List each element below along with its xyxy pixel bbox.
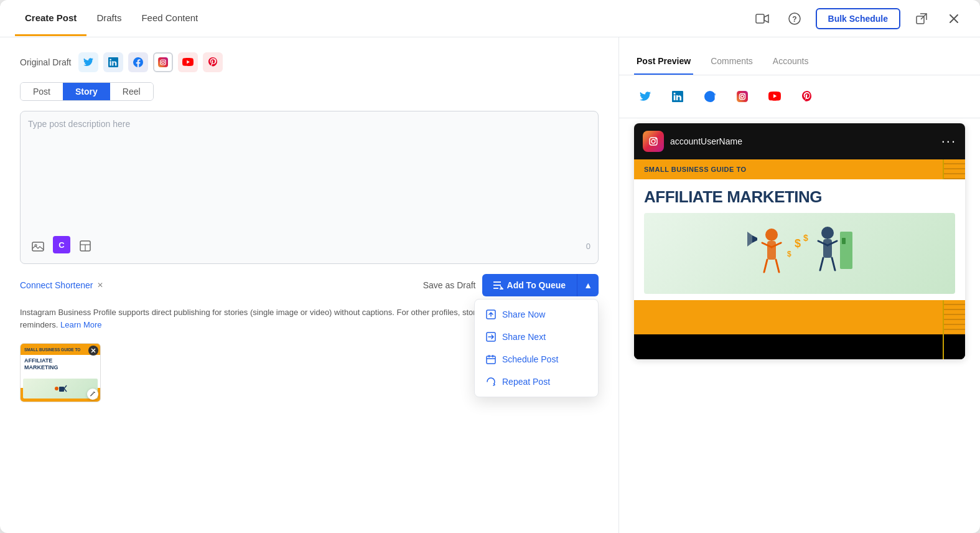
add-to-queue-button[interactable]: Add To Queue [482, 274, 577, 296]
affiliate-header-bar: Small Business Guide to [634, 159, 965, 179]
right-icon-youtube[interactable] [763, 85, 786, 108]
tab-drafts[interactable]: Drafts [86, 1, 131, 36]
right-icon-facebook[interactable] [699, 85, 721, 108]
right-panel: Post Preview Comments Accounts [619, 37, 980, 533]
svg-line-22 [64, 385, 67, 389]
preview-more-dots[interactable]: ··· [941, 134, 956, 148]
svg-text:$: $ [787, 250, 791, 258]
tab-post-preview[interactable]: Post Preview [634, 49, 693, 75]
preview-image-area: Small Business Guide to AFFILIATE MARKET… [634, 159, 965, 359]
right-icon-instagram[interactable] [731, 85, 754, 108]
connect-shortener-close[interactable]: ✕ [97, 281, 103, 290]
modal-header: Create Post Drafts Feed Content ? Bulk S… [0, 0, 980, 37]
image-thumbnail: Small Business Guide to AFFILIATEMARKETI… [20, 343, 101, 402]
affiliate-top-text: Small Business Guide to [644, 166, 747, 173]
external-link-button[interactable] [910, 7, 933, 30]
social-icon-youtube[interactable] [178, 52, 198, 72]
connect-shortener[interactable]: Connect Shortener ✕ [20, 280, 103, 290]
svg-point-27 [744, 93, 745, 95]
svg-line-41 [820, 258, 823, 270]
help-icon-button[interactable]: ? [783, 7, 806, 30]
header-right: ? Bulk Schedule [751, 7, 965, 30]
film-strip-top [943, 159, 965, 179]
svg-point-29 [651, 139, 655, 143]
share-now-item[interactable]: Share Now [475, 303, 598, 326]
social-icon-linkedin[interactable] [103, 52, 123, 72]
add-to-queue-chevron[interactable]: ▲ [577, 274, 599, 296]
add-to-queue-dropdown: Share Now Share Next Schedule Post [474, 299, 599, 397]
right-social-icons [619, 75, 980, 118]
left-panel: Original Draft [0, 37, 619, 533]
tab-story[interactable]: Story [63, 83, 110, 100]
layout-button[interactable] [75, 236, 95, 256]
svg-rect-43 [840, 232, 852, 269]
social-icon-pinterest[interactable] [203, 52, 223, 72]
affiliate-illustration: $ $ $ [644, 213, 955, 294]
svg-point-7 [165, 60, 166, 61]
share-next-item[interactable]: Share Next [475, 326, 598, 348]
save-draft-button[interactable]: Save as Draft [423, 280, 476, 290]
svg-text:$: $ [803, 233, 808, 243]
text-area-footer: C 0 [28, 236, 590, 256]
tab-create-post[interactable]: Create Post [15, 1, 86, 36]
preview-card-container: accountUserName ··· Small Business Guide… [619, 118, 980, 364]
tab-feed-content[interactable]: Feed Content [131, 1, 208, 36]
affiliate-main: AFFILIATE MARKETING [634, 179, 965, 300]
tab-post[interactable]: Post [21, 83, 63, 100]
svg-rect-21 [59, 387, 64, 392]
header-tabs: Create Post Drafts Feed Content [15, 1, 208, 36]
social-icon-instagram[interactable] [153, 52, 173, 72]
char-count: 0 [586, 242, 590, 251]
image-close-button[interactable] [88, 346, 98, 356]
svg-point-37 [821, 227, 834, 239]
svg-point-20 [55, 387, 58, 390]
affiliate-title: AFFILIATE MARKETING [644, 188, 955, 207]
preview-avatar [643, 131, 664, 152]
preview-username: accountUserName [670, 136, 935, 146]
learn-more-link[interactable]: Learn More [60, 320, 101, 329]
schedule-post-item[interactable]: Schedule Post [475, 348, 598, 370]
video-icon-button[interactable] [751, 7, 773, 30]
svg-line-36 [776, 260, 779, 272]
preview-black-footer [634, 334, 965, 359]
svg-rect-0 [756, 14, 764, 23]
media-upload-button[interactable] [28, 236, 48, 256]
close-button[interactable] [943, 7, 965, 30]
svg-point-31 [765, 229, 778, 241]
text-area-toolbar: C [28, 236, 95, 256]
repeat-post-item[interactable]: Repeat Post [475, 370, 598, 393]
social-icon-facebook[interactable] [128, 52, 148, 72]
svg-rect-4 [158, 57, 168, 67]
tab-reel[interactable]: Reel [110, 83, 153, 100]
affiliate-image: Small Business Guide to AFFILIATE MARKET… [634, 159, 965, 359]
svg-rect-32 [767, 241, 776, 260]
svg-text:$: $ [795, 237, 801, 250]
right-icon-twitter[interactable] [634, 85, 656, 108]
create-post-modal: Create Post Drafts Feed Content ? Bulk S… [0, 0, 980, 533]
tab-comments[interactable]: Comments [708, 49, 755, 75]
svg-rect-8 [32, 242, 44, 251]
draft-header: Original Draft [20, 52, 599, 72]
tab-accounts[interactable]: Accounts [770, 49, 811, 75]
post-text-area[interactable] [28, 119, 590, 231]
add-to-queue-wrapper: Add To Queue ▲ Share Now Share Next [482, 274, 599, 296]
affiliate-footer-bar [634, 300, 965, 334]
svg-line-23 [64, 389, 67, 392]
right-icon-linkedin[interactable] [666, 85, 689, 108]
svg-text:?: ? [792, 15, 796, 24]
right-icon-pinterest[interactable] [796, 85, 818, 108]
bottom-bar: Connect Shortener ✕ Save as Draft Add To… [20, 274, 599, 296]
svg-line-35 [764, 260, 767, 272]
image-edit-button[interactable] [87, 389, 98, 400]
svg-rect-44 [842, 238, 846, 244]
right-header: Post Preview Comments Accounts [619, 37, 980, 75]
social-icon-twitter[interactable] [78, 52, 98, 72]
svg-point-30 [655, 138, 656, 139]
svg-rect-24 [737, 91, 748, 102]
post-type-tabs: Post Story Reel [20, 82, 154, 101]
preview-card-header: accountUserName ··· [634, 123, 965, 159]
svg-rect-38 [823, 239, 832, 258]
modal-body: Original Draft [0, 37, 980, 533]
bulk-schedule-button[interactable]: Bulk Schedule [816, 8, 900, 29]
canva-button[interactable]: C [53, 236, 70, 253]
